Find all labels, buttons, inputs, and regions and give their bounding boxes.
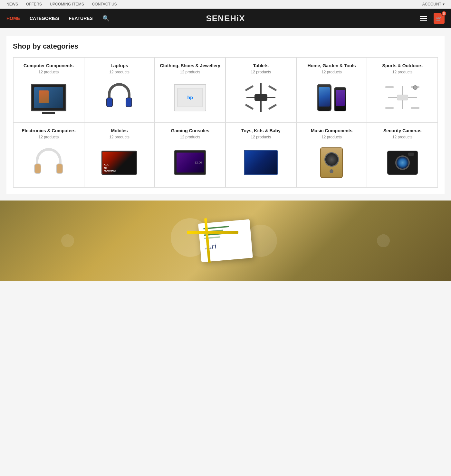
category-image	[88, 78, 151, 117]
category-image	[301, 143, 363, 182]
category-image	[230, 78, 292, 117]
category-count: 12 products	[38, 135, 59, 139]
category-image	[17, 143, 80, 182]
cart-count: 0	[441, 11, 446, 16]
hamburger-menu[interactable]	[420, 16, 427, 21]
category-name: Sports & Outdoors	[382, 63, 423, 69]
topbar-contact[interactable]: CONTACT US	[88, 2, 121, 6]
bottom-banner: Juri	[0, 201, 451, 281]
category-name: Gaming Consoles	[171, 128, 209, 134]
category-security-cameras[interactable]: Security Cameras 12 products	[367, 122, 438, 187]
category-tablets[interactable]: Tablets 12 products	[225, 57, 296, 122]
category-count: 12 products	[392, 70, 413, 74]
topbar-news[interactable]: NEWS	[6, 2, 22, 6]
nav-features[interactable]: FEATURES	[69, 16, 93, 21]
category-count: 12 products	[180, 135, 200, 139]
gaming-tablet-illustration: 12:00	[174, 150, 206, 175]
categories-grid: Computer Components 12 products Laptops …	[13, 57, 438, 188]
category-count: 12 products	[180, 70, 200, 74]
category-image	[230, 143, 292, 182]
category-name: Clothing, Shoes & Jewellery	[160, 63, 220, 69]
category-laptops[interactable]: Laptops 12 products	[84, 57, 155, 122]
category-toys[interactable]: Toys, Kids & Baby 12 products	[225, 122, 296, 187]
category-gaming[interactable]: Gaming Consoles 12 products 12:00	[155, 122, 225, 187]
category-name: Security Cameras	[383, 128, 421, 134]
nav-right: 🛒 0	[420, 13, 445, 24]
category-clothing[interactable]: Clothing, Shoes & Jewellery 12 products …	[155, 57, 225, 122]
top-bar: NEWS OFFERS UPCOMING ITEMS CONTACT US AC…	[0, 0, 451, 9]
desktop-illustration: hp	[174, 84, 206, 111]
category-count: 12 products	[321, 70, 342, 74]
gift-illustration: Juri	[180, 212, 271, 270]
cart-icon: 🛒	[436, 15, 442, 22]
chevron-down-icon: ▾	[443, 2, 445, 6]
category-name: Home, Garden & Tools	[308, 63, 356, 69]
category-name: Tablets	[253, 63, 269, 69]
monitor-illustration	[31, 84, 66, 111]
category-computer-components[interactable]: Computer Components 12 products	[13, 57, 84, 122]
headphones-illustration	[106, 83, 132, 112]
category-name: Mobiles	[111, 128, 128, 134]
category-count: 12 products	[321, 135, 342, 139]
category-name: Computer Components	[24, 63, 74, 69]
account-menu[interactable]: ACCOUNT ▾	[422, 2, 445, 6]
category-name: Toys, Kids & Baby	[241, 128, 281, 134]
nav-home[interactable]: HOME	[6, 16, 20, 21]
category-image: ALLforNOTHING	[88, 143, 151, 182]
drone-illustration	[245, 85, 277, 110]
category-count: 12 products	[392, 135, 413, 139]
category-count: 12 products	[109, 70, 130, 74]
category-count: 12 products	[251, 135, 271, 139]
category-name: Music Components	[311, 128, 352, 134]
white-headphones-illustration	[33, 148, 65, 177]
top-bar-links: NEWS OFFERS UPCOMING ITEMS CONTACT US	[6, 2, 121, 6]
category-image	[301, 78, 363, 117]
category-count: 12 products	[251, 70, 271, 74]
category-image	[371, 143, 434, 182]
category-electronics[interactable]: Electronics & Computers 12 products	[13, 122, 84, 187]
categories-title: Shop by categories	[13, 42, 438, 51]
main-nav: HOME CATEGORIES FEATURES 🔍 SENEHiX 🛒 0	[0, 9, 451, 28]
banner-content: Juri	[180, 212, 271, 270]
toy-laptop-illustration	[244, 150, 278, 175]
account-label: ACCOUNT	[422, 2, 441, 6]
category-count: 12 products	[38, 70, 59, 74]
category-home-garden[interactable]: Home, Garden & Tools 12 products	[296, 57, 367, 122]
category-sports[interactable]: Sports & Outdoors 12 products	[367, 57, 438, 122]
camera-dslr-illustration	[387, 151, 418, 175]
nav-categories[interactable]: CATEGORIES	[30, 16, 59, 21]
site-logo[interactable]: SENEHiX	[206, 14, 245, 23]
category-image	[17, 78, 80, 117]
category-name: Laptops	[110, 63, 128, 69]
nav-links: HOME CATEGORIES FEATURES 🔍	[6, 15, 110, 22]
speaker-illustration	[320, 147, 343, 178]
tv-illustration: ALLforNOTHING	[101, 151, 137, 175]
category-mobiles[interactable]: Mobiles 12 products ALLforNOTHING	[84, 122, 155, 187]
topbar-upcoming[interactable]: UPCOMING ITEMS	[46, 2, 88, 6]
category-image: 12:00	[159, 143, 221, 182]
category-image: hp	[159, 78, 221, 117]
search-icon[interactable]: 🔍	[102, 15, 110, 22]
category-music[interactable]: Music Components 12 products	[296, 122, 367, 187]
category-image	[371, 78, 434, 117]
phones-illustration	[316, 84, 347, 111]
category-name: Electronics & Computers	[22, 128, 75, 134]
cart-button[interactable]: 🛒 0	[434, 13, 445, 24]
category-count: 12 products	[109, 135, 130, 139]
topbar-offers[interactable]: OFFERS	[22, 2, 46, 6]
categories-section: Shop by categories Computer Components 1…	[6, 36, 445, 194]
quadcopter-illustration	[385, 85, 420, 110]
